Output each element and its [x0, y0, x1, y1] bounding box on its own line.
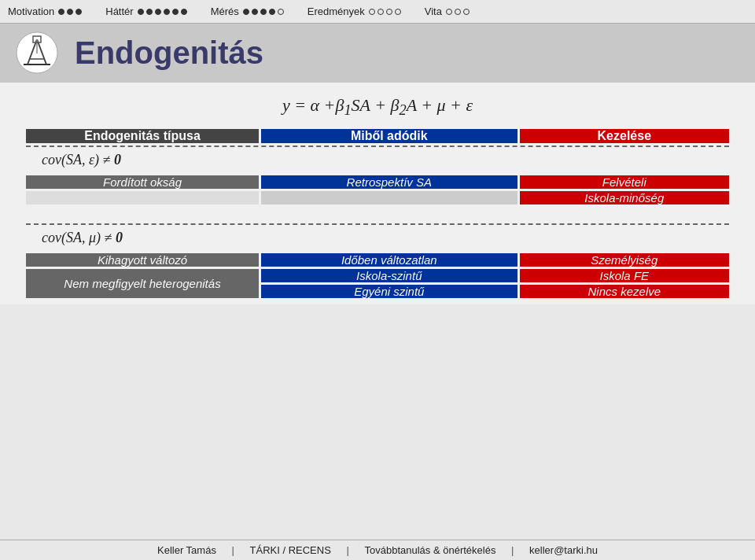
formula-display: y = α +β1SA + β2A + μ + ε	[24, 95, 731, 119]
nav-label-motivation: Motivation	[8, 6, 54, 17]
dot-3	[386, 9, 392, 15]
nav-motivation[interactable]: Motivation	[8, 6, 82, 17]
motivation-dots	[58, 9, 82, 15]
cov-formula-2: cov(SA, μ) ≠ 0	[34, 226, 131, 249]
nav-eredmenyek[interactable]: Eredmények	[308, 6, 401, 17]
col-header-source: Miből adódik	[261, 129, 517, 143]
cell-retrospektiv: Retrospektív SA	[261, 175, 517, 189]
cov-row-1: cov(SA, ε) ≠ 0	[26, 146, 729, 173]
cell-iskolaszintu: Iskola-szintű	[261, 269, 517, 282]
cell-nem-megfigyelt: Nem megfigyelt heterogenitás	[26, 269, 259, 298]
header: Endogenitás	[0, 24, 755, 83]
dot-3	[463, 9, 470, 15]
footer-email: keller@tarki.hu	[529, 544, 598, 556]
footer-name: Keller Tamás	[157, 544, 216, 556]
table-row-fordított: Fordított okság Retrospektív SA Felvétel…	[26, 175, 729, 189]
cell-fordított-okság: Fordított okság	[26, 175, 259, 189]
nav-hatter[interactable]: Háttér	[105, 6, 186, 17]
nav-label-hatter: Háttér	[105, 6, 133, 17]
cell-egyeniszintu: Egyéni szintű	[261, 285, 517, 298]
table-row-nem-megfigyelt-iskola: Nem megfigyelt heterogenitás Iskola-szin…	[26, 269, 729, 282]
dot-4	[269, 9, 275, 15]
dot-1	[446, 9, 452, 15]
dot-2	[252, 9, 258, 15]
cell-nincs-kezelve: Nincs kezelve	[520, 285, 729, 298]
cell-empty-2	[261, 191, 517, 204]
table-header-row: Endogenitás típusa Miből adódik Kezelése	[26, 129, 729, 143]
nav-vita[interactable]: Vita	[425, 6, 470, 17]
dot-4	[164, 9, 170, 15]
col-header-treatment: Kezelése	[520, 129, 729, 143]
table-row-iskolaminoseg: Iskola-minőség	[26, 191, 729, 204]
vita-dots	[446, 9, 470, 15]
cell-empty-1	[26, 191, 259, 204]
dot-1	[58, 9, 64, 15]
dot-2	[455, 9, 461, 15]
footer-topic: Továbbtanulás & önértékelés	[364, 544, 495, 556]
main-content: y = α +β1SA + β2A + μ + ε Endogenitás tí…	[0, 83, 755, 304]
dot-1	[243, 9, 249, 15]
nav-label-vita: Vita	[425, 6, 442, 17]
dot-4	[395, 9, 401, 15]
nav-label-eredmenyek: Eredmények	[308, 6, 365, 17]
nav-meres[interactable]: Mérés	[211, 6, 284, 17]
cell-felveteli: Felvételi	[520, 175, 729, 189]
dot-2	[378, 9, 384, 15]
dot-2	[146, 9, 153, 15]
dot-3	[155, 9, 161, 15]
dot-5	[278, 9, 284, 15]
dot-3	[260, 9, 267, 15]
page-title: Endogenitás	[75, 35, 263, 71]
nav-label-meres: Mérés	[211, 6, 239, 17]
cov-formula-1: cov(SA, ε) ≠ 0	[34, 148, 129, 171]
cell-iskolaminoseg: Iskola-minőség	[520, 191, 729, 204]
logo-icon	[16, 31, 59, 75]
eredmenyek-dots	[369, 9, 401, 15]
dot-3	[76, 9, 82, 15]
top-navigation: Motivation Háttér Mérés Eredmények	[0, 0, 755, 24]
spacer-row	[26, 207, 729, 221]
hatter-dots	[138, 9, 187, 15]
dot-2	[67, 9, 73, 15]
dot-6	[181, 9, 187, 15]
cell-idoeben: Időben változatlan	[261, 253, 517, 267]
footer: Keller Tamás | TÁRKI / RECENS | Továbbta…	[0, 540, 755, 560]
dot-5	[172, 9, 179, 15]
cov-row-2: cov(SA, μ) ≠ 0	[26, 223, 729, 251]
endogeneity-table: Endogenitás típusa Miből adódik Kezelése…	[24, 127, 731, 300]
footer-institution: TÁRKI / RECENS	[250, 544, 331, 556]
cell-iskolaFE: Iskola FE	[520, 269, 729, 282]
dot-1	[138, 9, 144, 15]
table-row-kihagyott: Kihagyott változó Időben változatlan Sze…	[26, 253, 729, 267]
meres-dots	[243, 9, 284, 15]
dot-1	[369, 9, 375, 15]
col-header-type: Endogenitás típusa	[26, 129, 259, 143]
cell-kihagyott: Kihagyott változó	[26, 253, 259, 267]
cell-szemelyseg: Személyiség	[520, 253, 729, 267]
